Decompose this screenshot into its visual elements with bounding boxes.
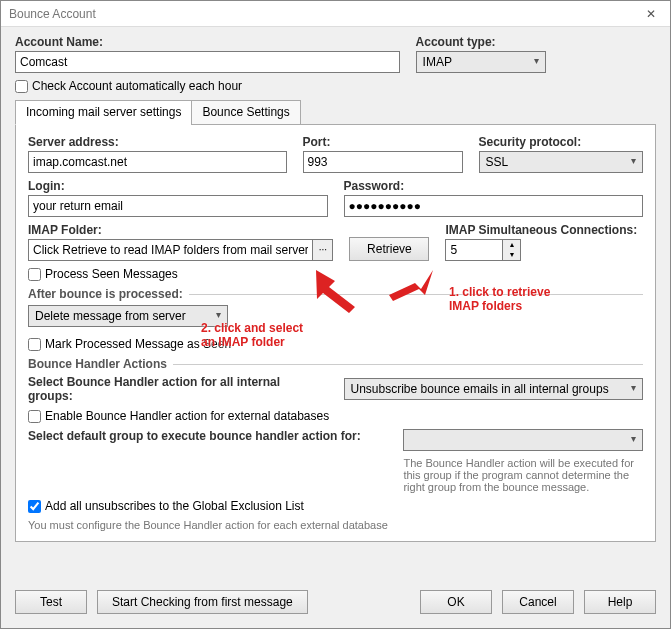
configure-note: You must configure the Bounce Handler ac… [28, 519, 643, 531]
tab-bounce-settings[interactable]: Bounce Settings [191, 100, 300, 125]
after-bounce-select[interactable]: Delete message from server [28, 305, 228, 327]
imap-folder-dropdown-icon[interactable]: ··· [313, 239, 333, 261]
imap-folder-label: IMAP Folder: [28, 223, 333, 237]
port-label: Port: [303, 135, 463, 149]
handler-default-label: Select default group to execute bounce h… [28, 429, 361, 443]
start-checking-button[interactable]: Start Checking from first message [97, 590, 308, 614]
account-type-select[interactable]: IMAP [416, 51, 546, 73]
spin-down-icon[interactable]: ▼ [503, 250, 520, 260]
tab-incoming[interactable]: Incoming mail server settings [15, 100, 192, 125]
account-name-input[interactable] [15, 51, 400, 73]
login-label: Login: [28, 179, 328, 193]
login-input[interactable] [28, 195, 328, 217]
test-button[interactable]: Test [15, 590, 87, 614]
mark-processed-checkbox[interactable] [28, 338, 41, 351]
ok-button[interactable]: OK [420, 590, 492, 614]
spin-up-icon[interactable]: ▲ [503, 240, 520, 250]
handler-heading: Bounce Handler Actions [28, 357, 167, 371]
security-select[interactable]: SSL [479, 151, 644, 173]
imap-folder-input[interactable] [28, 239, 313, 261]
help-button[interactable]: Help [584, 590, 656, 614]
imap-conn-input[interactable] [445, 239, 503, 261]
handler-external-checkbox[interactable] [28, 410, 41, 423]
tab-strip: Incoming mail server settings Bounce Set… [15, 99, 656, 125]
footer: Test Start Checking from first message O… [1, 580, 670, 628]
retrieve-button[interactable]: Retrieve [349, 237, 429, 261]
global-exclusion-checkbox[interactable] [28, 500, 41, 513]
handler-internal-label: Select Bounce Handler action for all int… [28, 375, 280, 403]
rule-line [173, 364, 643, 365]
imap-conn-spinner[interactable]: ▲ ▼ [445, 239, 525, 261]
server-address-input[interactable] [28, 151, 287, 173]
process-seen-label: Process Seen Messages [45, 267, 178, 281]
imap-conn-label: IMAP Simultaneous Connections: [445, 223, 643, 237]
account-name-label: Account Name: [15, 35, 400, 49]
auto-check-checkbox[interactable] [15, 80, 28, 93]
handler-note: The Bounce Handler action will be execut… [403, 457, 643, 493]
titlebar: Bounce Account ✕ [1, 1, 670, 27]
rule-line [189, 294, 643, 295]
auto-check-label: Check Account automatically each hour [32, 79, 242, 93]
password-input[interactable] [344, 195, 644, 217]
handler-default-select[interactable] [403, 429, 643, 451]
close-icon[interactable]: ✕ [640, 1, 662, 26]
handler-external-label: Enable Bounce Handler action for externa… [45, 409, 329, 423]
after-bounce-heading: After bounce is processed: [28, 287, 183, 301]
account-type-label: Account type: [416, 35, 656, 49]
window-title: Bounce Account [9, 1, 96, 26]
security-label: Security protocol: [479, 135, 644, 149]
mark-processed-label: Mark Processed Message as Seen [45, 337, 231, 351]
handler-internal-select[interactable]: Unsubscribe bounce emails in all interna… [344, 378, 644, 400]
global-exclusion-label: Add all unsubscribes to the Global Exclu… [45, 499, 304, 513]
port-input[interactable] [303, 151, 463, 173]
server-address-label: Server address: [28, 135, 287, 149]
cancel-button[interactable]: Cancel [502, 590, 574, 614]
process-seen-checkbox[interactable] [28, 268, 41, 281]
password-label: Password: [344, 179, 644, 193]
tab-body-incoming: Server address: Port: Security protocol:… [15, 125, 656, 542]
bounce-account-window: Bounce Account ✕ Account Name: Account t… [0, 0, 671, 629]
